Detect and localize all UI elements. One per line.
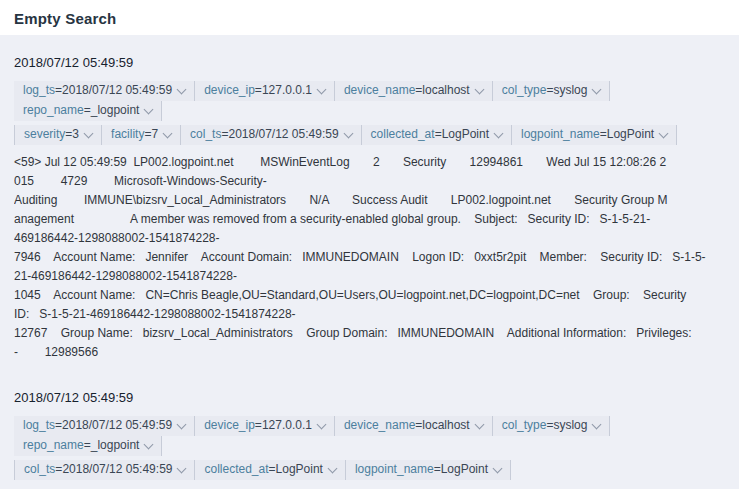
field-value: 127.0.0.1 <box>262 83 312 98</box>
field-key: device_ip <box>204 418 255 433</box>
field-value: LogPoint <box>276 462 323 477</box>
chevron-down-icon[interactable] <box>494 128 504 138</box>
log-message-line: anagement A member was removed from a se… <box>14 210 725 229</box>
field-pill-collected_at[interactable]: collected_at=LogPoint <box>195 460 345 480</box>
field-pill-logpoint_name[interactable]: logpoint_name=LogPoint <box>512 125 677 145</box>
chevron-down-icon[interactable] <box>343 128 353 138</box>
field-key: col_type <box>502 418 547 433</box>
field-value: 2018/07/12 05:49:59 <box>62 418 172 433</box>
field-key: repo_name <box>23 438 84 453</box>
field-pill-collected_at[interactable]: collected_at=LogPoint <box>362 125 512 145</box>
chevron-down-icon[interactable] <box>316 84 326 94</box>
chevron-down-icon[interactable] <box>84 128 94 138</box>
equals-glyph: = <box>255 83 262 98</box>
equals-glyph: = <box>434 462 441 477</box>
equals-glyph: = <box>435 127 442 142</box>
chevron-down-icon[interactable] <box>659 128 669 138</box>
field-pill-device_ip[interactable]: device_ip=127.0.0.1 <box>195 81 335 101</box>
chevron-down-icon[interactable] <box>144 439 154 449</box>
page-title: Empty Search <box>14 10 725 27</box>
equals-glyph: = <box>84 103 91 118</box>
field-value: 2018/07/12 05:49:59 <box>228 127 338 142</box>
field-value: 7 <box>151 127 158 142</box>
chevron-down-icon[interactable] <box>493 463 503 473</box>
log-message-line: 469186442-1298088002-1541874228- <box>14 229 725 248</box>
field-pill-device_name[interactable]: device_name=localhost <box>335 81 493 101</box>
field-pill-repo_name[interactable]: repo_name=_logpoint <box>14 101 162 121</box>
log-fields: log_ts=2018/07/12 05:49:59device_ip=127.… <box>14 81 725 145</box>
field-pill-facility[interactable]: facility=7 <box>102 125 181 145</box>
chevron-down-icon[interactable] <box>163 128 173 138</box>
field-pill-severity[interactable]: severity=3 <box>14 125 102 145</box>
chevron-down-icon[interactable] <box>177 463 187 473</box>
chevron-down-icon[interactable] <box>474 84 484 94</box>
chevron-down-icon[interactable] <box>327 463 337 473</box>
field-key: repo_name <box>23 103 84 118</box>
field-key: col_type <box>502 83 547 98</box>
field-pill-col_type[interactable]: col_type=syslog <box>493 81 611 101</box>
field-key: col_ts <box>24 462 55 477</box>
log-entry: 2018/07/12 05:49:59 log_ts=2018/07/12 05… <box>14 390 725 489</box>
equals-glyph: = <box>55 418 62 433</box>
field-key: device_name <box>344 83 415 98</box>
field-value: _logpoint <box>91 438 140 453</box>
equals-glyph: = <box>55 462 62 477</box>
equals-glyph: = <box>546 418 553 433</box>
log-message-line: Auditing IMMUNE\bizsrv_Local_Administrat… <box>14 191 725 210</box>
field-key: collected_at <box>371 127 435 142</box>
equals-glyph: = <box>55 83 62 98</box>
field-value: 2018/07/12 05:49:59 <box>62 83 172 98</box>
chevron-down-icon[interactable] <box>592 419 602 429</box>
log-message-line: 015 4729 Microsoft-Windows-Security- <box>14 172 725 191</box>
log-message-line: ID: S-1-5-21-469186442-1298088002-154187… <box>14 305 725 324</box>
field-pill-col_ts[interactable]: col_ts=2018/07/12 05:49:59 <box>181 125 361 145</box>
log-message-line: 12767 Group Name: bizsrv_Local_Administr… <box>14 324 725 343</box>
field-value: localhost <box>422 418 469 433</box>
log-message-line: 1045 Account Name: CN=Chris Beagle,OU=St… <box>14 286 725 305</box>
field-value: 2018/07/12 05:49:59 <box>62 462 172 477</box>
field-value: 3 <box>72 127 79 142</box>
log-message-line: - 12989566 <box>14 343 725 362</box>
field-key: device_name <box>344 418 415 433</box>
field-row: col_ts=2018/07/12 05:49:59collected_at=L… <box>14 460 725 480</box>
field-key: collected_at <box>204 462 268 477</box>
field-key: facility <box>111 127 144 142</box>
equals-glyph: = <box>546 83 553 98</box>
field-key: log_ts <box>23 83 55 98</box>
page-header: Empty Search <box>0 0 739 35</box>
log-entry: 2018/07/12 05:49:59 log_ts=2018/07/12 05… <box>14 55 725 362</box>
field-value: _logpoint <box>91 103 140 118</box>
log-entry-list: 2018/07/12 05:49:59 log_ts=2018/07/12 05… <box>14 55 725 489</box>
equals-glyph: = <box>144 127 151 142</box>
field-key: severity <box>24 127 65 142</box>
field-pill-log_ts[interactable]: log_ts=2018/07/12 05:49:59 <box>14 416 195 436</box>
chevron-down-icon[interactable] <box>592 84 602 94</box>
equals-glyph: = <box>65 127 72 142</box>
field-pill-logpoint_name[interactable]: logpoint_name=LogPoint <box>346 460 511 480</box>
chevron-down-icon[interactable] <box>177 419 187 429</box>
equals-glyph: = <box>84 438 91 453</box>
field-key: log_ts <box>23 418 55 433</box>
chevron-down-icon[interactable] <box>177 84 187 94</box>
equals-glyph: = <box>415 418 422 433</box>
field-value: syslog <box>553 418 587 433</box>
equals-glyph: = <box>415 83 422 98</box>
field-pill-device_name[interactable]: device_name=localhost <box>335 416 493 436</box>
equals-glyph: = <box>255 418 262 433</box>
log-timestamp: 2018/07/12 05:49:59 <box>14 55 725 70</box>
chevron-down-icon[interactable] <box>474 419 484 429</box>
field-pill-repo_name[interactable]: repo_name=_logpoint <box>14 436 162 456</box>
chevron-down-icon[interactable] <box>144 104 154 114</box>
field-pill-device_ip[interactable]: device_ip=127.0.0.1 <box>195 416 335 436</box>
field-row: log_ts=2018/07/12 05:49:59device_ip=127.… <box>14 416 725 456</box>
field-pill-col_type[interactable]: col_type=syslog <box>493 416 611 436</box>
field-pill-log_ts[interactable]: log_ts=2018/07/12 05:49:59 <box>14 81 195 101</box>
field-pill-col_ts[interactable]: col_ts=2018/07/12 05:49:59 <box>14 460 195 480</box>
field-value: localhost <box>422 83 469 98</box>
equals-glyph: = <box>269 462 276 477</box>
log-message: <59> Jul 12 05:49:59 LP002.logpoint.net … <box>14 153 725 362</box>
log-message-line: 21-469186442-1298088002-1541874228- <box>14 267 725 286</box>
field-key: logpoint_name <box>521 127 600 142</box>
chevron-down-icon[interactable] <box>316 419 326 429</box>
field-key: col_ts <box>190 127 221 142</box>
